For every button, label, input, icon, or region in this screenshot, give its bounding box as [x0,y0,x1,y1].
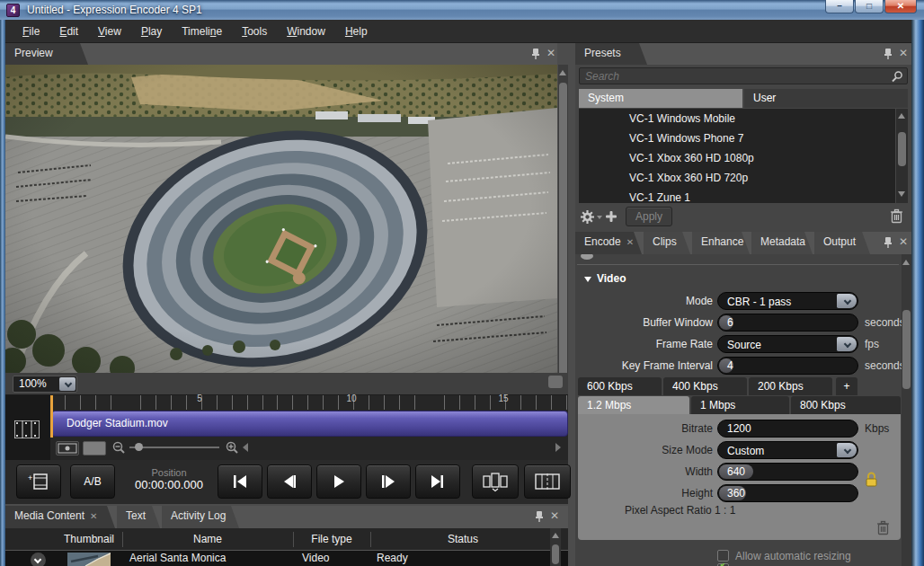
zoom-in-icon[interactable] [225,440,239,455]
tab-preview[interactable]: Preview [5,43,88,65]
tab-metadata[interactable]: Metadata [751,232,813,254]
preset-item[interactable]: VC-1 Windows Phone 7 [579,128,895,148]
title-bar[interactable]: 4 Untitled - Expression Encoder 4 SP1 [0,0,924,20]
presets-scrollbar[interactable] [896,109,908,203]
step-forward-button[interactable] [366,464,411,499]
presets-close-icon[interactable]: ✕ [899,48,908,58]
height-input[interactable]: 360 [717,484,858,502]
go-to-start-button[interactable] [218,464,262,499]
pin-icon[interactable] [883,236,893,249]
menu-edit[interactable]: Edit [49,22,88,41]
edit-clip-button[interactable] [524,464,571,499]
add-preset-icon[interactable] [605,210,617,223]
maximize-button[interactable]: □ [855,0,884,13]
timeline-ruler[interactable]: 51015 [50,395,568,410]
media-table-row[interactable]: Aerial Santa Monica Video Ready [5,551,568,566]
column-header-thumbnail[interactable]: Thumbnail [56,528,122,551]
bitrate-chip[interactable]: 400 Kbps [663,377,747,395]
menu-window[interactable]: Window [277,22,335,41]
preset-item[interactable]: VC-1 Zune 1 [579,188,895,203]
presets-system-tab[interactable]: System [579,89,742,108]
toggle-thumbnails-button[interactable] [56,441,79,455]
preset-item[interactable]: VC-1 Windows Mobile [579,109,895,128]
mode-select[interactable]: CBR - 1 pass [717,292,858,310]
key-frame-interval-input[interactable]: 4 [717,357,858,375]
size-mode-select[interactable]: Custom [717,441,858,459]
preview-scrollbar-thumb[interactable] [559,83,567,379]
encode-scrollbar-thumb[interactable] [902,310,911,389]
allow-resizing-checkbox[interactable] [717,550,729,562]
preset-item[interactable]: VC-1 Xbox 360 HD 720p [579,168,895,188]
encode-scrollbar[interactable] [902,254,911,566]
zoom-dropdown-button[interactable] [59,377,76,391]
presets-scrollbar-thumb[interactable] [898,132,906,166]
frame-rate-select[interactable]: Source [717,335,858,353]
media-scrollbar[interactable] [550,528,561,566]
column-header-status[interactable]: Status [370,528,555,551]
menu-tools[interactable]: Tools [232,22,277,41]
hscroll-grip[interactable] [548,376,563,388]
tab-activity-log[interactable]: Activity Log [162,506,239,528]
menu-timeline[interactable]: Timeline [172,22,232,41]
tab-output[interactable]: Output [814,232,870,254]
scroll-up-icon[interactable] [552,533,559,538]
tab-enhance[interactable]: Enhance [692,232,750,254]
trash-icon[interactable] [890,208,903,224]
row-expand-button[interactable] [31,553,46,566]
media-close-icon[interactable]: ✕ [550,510,559,521]
go-to-end-button[interactable] [415,464,460,499]
video-section-header[interactable]: Video [584,272,626,285]
tab-encode[interactable]: Encode✕ [575,232,642,254]
column-header-name[interactable]: Name [122,528,293,551]
add-source-button[interactable]: + [16,464,61,499]
minimize-button[interactable]: – [825,0,854,13]
stream-select-button[interactable] [472,464,519,499]
play-button[interactable] [316,464,361,499]
bitrate-chip[interactable]: 1.2 Mbps [578,396,689,414]
search-input[interactable] [585,69,882,83]
pin-icon[interactable] [883,48,893,60]
add-bitrate-chip-button[interactable]: + [836,377,857,395]
width-input[interactable]: 640 [717,463,858,481]
close-button[interactable]: ✕ [884,0,917,13]
encode-close-icon[interactable]: ✕ [899,236,908,247]
buffer-window-input[interactable]: 6 [717,314,858,332]
pin-icon[interactable] [530,48,541,60]
tab-text[interactable]: Text [117,506,160,528]
bitrate-input[interactable]: 1200 [717,420,858,438]
bitrate-chip[interactable]: 600 Kbps [578,377,662,395]
preset-item[interactable]: VC-1 Xbox 360 HD 1080p [579,148,895,168]
preview-scrollbar[interactable] [558,65,568,394]
apply-button[interactable]: Apply [626,207,672,226]
tab-presets[interactable]: Presets [575,43,647,65]
bitrate-chip[interactable]: 200 Kbps [749,377,832,395]
menu-help[interactable]: Help [335,22,378,41]
scroll-left-icon[interactable] [243,443,248,452]
media-scrollbar-thumb[interactable] [552,544,559,564]
playhead[interactable] [50,395,53,438]
trash-icon[interactable] [876,520,890,535]
presets-user-tab[interactable]: User [744,89,908,108]
scroll-up-icon[interactable] [559,70,566,75]
timeline-clip[interactable]: Dodger Stadium.mov [51,411,568,437]
tab-close-icon[interactable]: ✕ [90,511,97,521]
lock-aspect-icon[interactable] [864,471,879,489]
gear-dropdown-icon[interactable] [597,216,602,219]
timeline-zoom-slider-thumb[interactable] [135,443,143,451]
search-box[interactable] [579,67,908,84]
scroll-right-icon[interactable] [555,443,561,452]
tab-clips[interactable]: Clips [644,232,690,254]
bitrate-chip[interactable]: 1 Mbps [691,396,789,414]
menu-view[interactable]: View [88,22,131,41]
tab-close-icon[interactable]: ✕ [626,237,634,247]
tab-media-content[interactable]: Media Content✕ [5,506,115,528]
track-display-button[interactable] [83,441,106,455]
video-track-header[interactable] [5,395,50,460]
gear-icon[interactable] [581,210,594,224]
zoom-out-icon[interactable] [111,440,126,455]
zoom-level-select[interactable]: 100% [13,376,77,393]
pin-icon[interactable] [534,510,545,523]
ab-compare-button[interactable]: A/B [70,464,115,499]
bitrate-chip[interactable]: 800 Kbps [791,396,901,414]
preview-close-icon[interactable]: ✕ [546,48,555,58]
